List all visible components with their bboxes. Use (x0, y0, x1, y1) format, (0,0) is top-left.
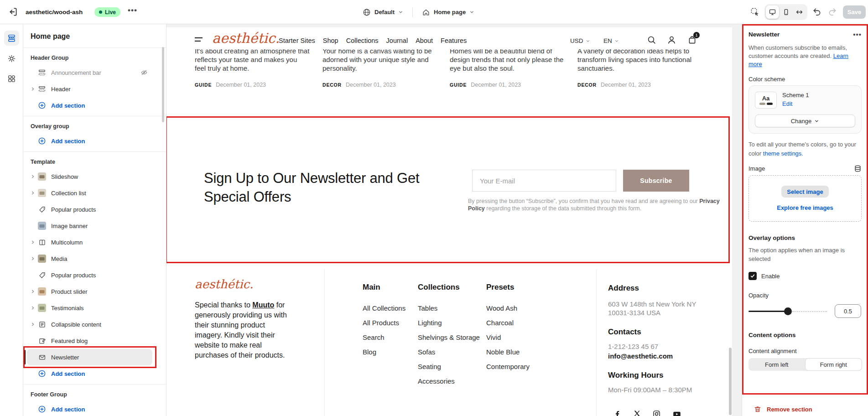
redo-icon[interactable] (827, 7, 837, 17)
footer-link-lighting[interactable]: Lighting (418, 319, 480, 327)
inspector-icon[interactable] (750, 7, 760, 17)
section-item-collection-list[interactable]: Collection list (27, 185, 152, 201)
page-selector[interactable]: Home page (434, 9, 466, 16)
nav-link-collections[interactable]: Collections (346, 37, 379, 44)
theme-more-menu[interactable]: ••• (128, 6, 137, 15)
section-bar-icon (37, 68, 47, 77)
footer-link-sofas[interactable]: Sofas (418, 348, 480, 356)
search-icon[interactable] (647, 35, 656, 45)
account-icon[interactable] (667, 35, 676, 45)
image-library-icon[interactable] (854, 165, 862, 172)
form-left-option[interactable]: Form left (748, 358, 805, 371)
opacity-label: Opacity (748, 292, 862, 299)
add-section-button[interactable]: Add section (27, 365, 152, 382)
blog-card[interactable]: Homes will be a beautiful blend of desig… (450, 49, 565, 88)
desktop-view-button[interactable] (766, 5, 779, 19)
footer-link-shelvings-storage[interactable]: Shelvings & Storage (418, 333, 480, 341)
add-section-button[interactable]: Add section (27, 401, 152, 416)
nav-link-journal[interactable]: Journal (386, 37, 408, 44)
undo-icon[interactable] (812, 7, 822, 17)
content-options-title: Content options (748, 332, 862, 338)
remove-section-button[interactable]: Remove section (754, 406, 812, 413)
footer-link-charcoal[interactable]: Charcoal (486, 319, 530, 327)
explore-free-images-link[interactable]: Explore free images (777, 204, 833, 211)
section-item-media[interactable]: Media (27, 250, 152, 267)
section-item-product-slider[interactable]: Product slider (27, 283, 152, 300)
select-image-button[interactable]: Select image (781, 186, 829, 198)
instagram-icon[interactable] (652, 410, 661, 416)
footer-link-accessories[interactable]: Accessories (418, 377, 480, 385)
store-nav: Starter SitesShopCollectionsJournalAbout… (279, 37, 467, 44)
blog-card[interactable]: Your home is a canvas waiting to be ador… (322, 49, 437, 88)
muuto-link[interactable]: Muuto (252, 301, 274, 309)
settings-more-icon[interactable]: ••• (853, 31, 862, 38)
nav-link-features[interactable]: Features (441, 37, 467, 44)
nav-link-about[interactable]: About (416, 37, 433, 44)
footer-link-search[interactable]: Search (363, 333, 405, 341)
section-item-featured-blog[interactable]: Featured blog (27, 333, 152, 349)
footer-link-all-products[interactable]: All Products (363, 319, 405, 327)
footer-link-seating[interactable]: Seating (418, 363, 480, 370)
language-selector[interactable]: EN (603, 37, 619, 44)
section-item-header[interactable]: Header (27, 81, 152, 97)
footer-link-wood-ash[interactable]: Wood Ash (486, 304, 530, 312)
apps-icon[interactable] (4, 71, 19, 86)
footer-email-link[interactable]: info@aesthetic.com (608, 352, 673, 360)
section-item-slideshow[interactable]: Slideshow (27, 168, 152, 185)
exit-editor-icon[interactable] (8, 7, 18, 17)
footer-phone: 1-212-123 45 67 (608, 342, 658, 351)
subscribe-button[interactable]: Subscribe (623, 170, 689, 192)
add-section-button[interactable]: Add section (27, 97, 152, 114)
newsletter-email-input[interactable] (472, 170, 616, 192)
nav-link-starter-sites[interactable]: Starter Sites (279, 37, 315, 44)
form-right-option[interactable]: Form right (805, 358, 863, 371)
footer-link-noble-blue[interactable]: Noble Blue (486, 348, 530, 356)
section-item-newsletter[interactable]: Newsletter (27, 349, 152, 365)
currency-selector[interactable]: USD (570, 37, 590, 44)
opacity-slider[interactable] (748, 307, 827, 315)
preview-scrollbar[interactable] (729, 348, 732, 415)
footer-link-blog[interactable]: Blog (363, 348, 405, 356)
viewport-selector[interactable]: Default (374, 9, 395, 16)
x-icon[interactable] (633, 410, 641, 416)
youtube-icon[interactable] (672, 410, 681, 416)
section-item-multicolumn[interactable]: Multicolumn (27, 234, 152, 250)
scheme-edit-link[interactable]: Edit (782, 100, 792, 107)
footer-logo: aesthétic. (195, 277, 253, 291)
overlay-enable-checkbox[interactable]: Enable (748, 272, 862, 280)
slider-handle[interactable] (784, 307, 792, 315)
sidebar-scrollbar[interactable] (162, 47, 164, 122)
facebook-icon[interactable] (613, 410, 622, 416)
footer-contacts-title: Contacts (608, 328, 641, 337)
home-icon (422, 8, 430, 16)
footer-link-tables[interactable]: Tables (418, 304, 480, 312)
section-item-announcement-bar[interactable]: Announcement bar (27, 64, 152, 81)
hamburger-menu-icon[interactable] (195, 37, 203, 44)
nav-link-shop[interactable]: Shop (323, 37, 338, 44)
section-item-testimonials[interactable]: Testimonials (27, 300, 152, 316)
section-item-popular-products[interactable]: Popular products (27, 201, 152, 218)
footer-link-vivid[interactable]: Vivid (486, 333, 530, 341)
blog-tag: DECOR (577, 82, 597, 88)
blog-card[interactable]: A variety of decoration ideas helps to t… (577, 49, 692, 88)
theme-settings-link[interactable]: theme settings. (763, 150, 803, 157)
sections-panel-icon[interactable] (4, 31, 19, 46)
change-scheme-button[interactable]: Change (755, 114, 855, 127)
mobile-view-button[interactable] (780, 5, 793, 19)
store-logo[interactable]: aesthétic. (212, 30, 280, 46)
footer-link-all-collections[interactable]: All Collections (363, 304, 405, 312)
save-button[interactable]: Save (843, 5, 866, 19)
add-section-button[interactable]: Add section (27, 133, 152, 149)
opacity-value-field[interactable]: 0.5 (835, 304, 861, 318)
eye-off-icon[interactable] (140, 69, 148, 76)
theme-settings-gear-icon[interactable] (4, 51, 19, 66)
theme-name: aesthetic/wood-ash (26, 9, 83, 16)
section-item-collapsible-content[interactable]: Collapsible content (27, 316, 152, 333)
section-item-image-banner[interactable]: Image banner (27, 218, 152, 234)
footer-link-contemporary[interactable]: Contemporary (486, 363, 530, 370)
overlay-options-title: Overlay options (748, 234, 862, 241)
fullscreen-view-button[interactable] (793, 5, 806, 19)
blog-card[interactable]: It's about creating an atmosphere that r… (195, 49, 310, 88)
section-item-popular-products[interactable]: Popular products (27, 267, 152, 283)
footer-column-title: Presets (486, 283, 530, 292)
